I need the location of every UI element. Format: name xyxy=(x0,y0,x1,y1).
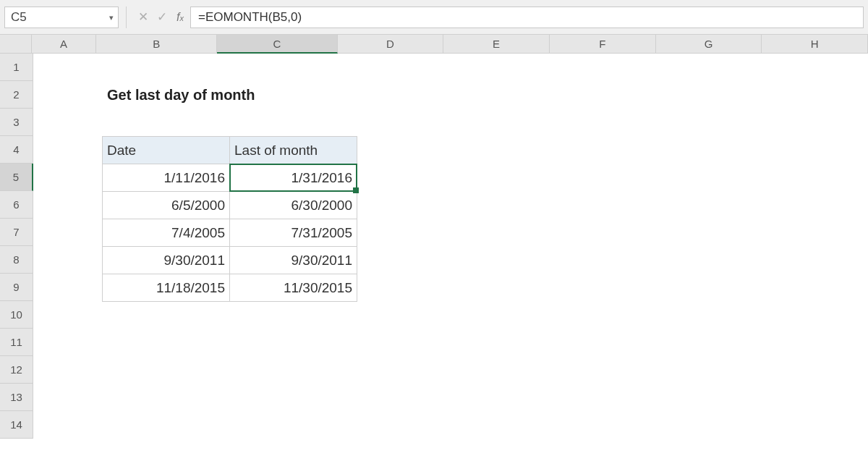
dropdown-icon[interactable]: ▾ xyxy=(109,12,114,22)
table-row: 1/11/2016 1/31/2016 xyxy=(103,164,357,192)
worksheet: A B C D E F G H 1 2 3 4 5 6 7 8 9 10 11 … xyxy=(0,35,868,456)
col-header-D[interactable]: D xyxy=(338,35,444,54)
cell-C8[interactable]: 9/30/2011 xyxy=(230,247,357,274)
col-header-F[interactable]: F xyxy=(550,35,656,54)
row-header-3[interactable]: 3 xyxy=(0,109,33,136)
table-row: 6/5/2000 6/30/2000 xyxy=(103,192,357,219)
row-header-2[interactable]: 2 xyxy=(0,81,33,109)
header-lom[interactable]: Last of month xyxy=(230,137,357,164)
table-row: 9/30/2011 9/30/2011 xyxy=(103,247,357,274)
name-box-value: C5 xyxy=(11,10,27,25)
row-header-10[interactable]: 10 xyxy=(0,301,33,329)
row-header-6[interactable]: 6 xyxy=(0,191,33,219)
row-header-9[interactable]: 9 xyxy=(0,274,33,301)
row-header-4[interactable]: 4 xyxy=(0,136,33,164)
row-headers: 1 2 3 4 5 6 7 8 9 10 11 12 13 14 xyxy=(0,54,33,439)
row-header-14[interactable]: 14 xyxy=(0,411,33,439)
formula-text: =EOMONTH(B5,0) xyxy=(198,10,302,25)
cell-B5[interactable]: 1/11/2016 xyxy=(103,164,230,192)
column-headers: A B C D E F G H xyxy=(0,35,868,54)
title-cell[interactable]: Get last day of month xyxy=(107,87,255,104)
grid[interactable]: Get last day of month Date Last of month… xyxy=(33,54,868,456)
row-header-13[interactable]: 13 xyxy=(0,384,33,411)
table-row: 7/4/2005 7/31/2005 xyxy=(103,219,357,247)
header-date[interactable]: Date xyxy=(103,137,230,164)
name-box[interactable]: C5 ▾ xyxy=(4,7,119,28)
cell-B9[interactable]: 11/18/2015 xyxy=(103,274,230,302)
row-header-11[interactable]: 11 xyxy=(0,329,33,356)
col-header-C[interactable]: C xyxy=(217,35,338,54)
cell-C5[interactable]: 1/31/2016 xyxy=(230,164,357,192)
row-header-5[interactable]: 5 xyxy=(0,164,33,191)
cancel-icon[interactable]: ✕ xyxy=(134,9,153,25)
cell-B6[interactable]: 6/5/2000 xyxy=(103,192,230,219)
cell-C7[interactable]: 7/31/2005 xyxy=(230,219,357,247)
col-header-G[interactable]: G xyxy=(656,35,762,54)
table-header-row: Date Last of month xyxy=(103,137,357,164)
row-header-7[interactable]: 7 xyxy=(0,219,33,246)
cell-C6[interactable]: 6/30/2000 xyxy=(230,192,357,219)
select-all-corner[interactable] xyxy=(0,35,32,54)
cell-B7[interactable]: 7/4/2005 xyxy=(103,219,230,247)
col-header-E[interactable]: E xyxy=(443,35,550,54)
fx-icon[interactable]: fx xyxy=(171,11,190,24)
col-header-A[interactable]: A xyxy=(32,35,97,54)
separator xyxy=(126,7,127,28)
data-table: Date Last of month 1/11/2016 1/31/2016 6… xyxy=(102,136,357,302)
row-header-12[interactable]: 12 xyxy=(0,356,33,384)
col-header-H[interactable]: H xyxy=(762,35,868,54)
row-header-1[interactable]: 1 xyxy=(0,54,33,81)
cell-B8[interactable]: 9/30/2011 xyxy=(103,247,230,274)
row-header-8[interactable]: 8 xyxy=(0,246,33,274)
cell-C9[interactable]: 11/30/2015 xyxy=(230,274,357,302)
table-row: 11/18/2015 11/30/2015 xyxy=(103,274,357,302)
formula-bar: C5 ▾ ✕ ✓ fx =EOMONTH(B5,0) xyxy=(0,0,868,35)
col-header-B[interactable]: B xyxy=(96,35,217,54)
formula-input[interactable]: =EOMONTH(B5,0) xyxy=(190,7,864,28)
enter-icon[interactable]: ✓ xyxy=(153,9,171,25)
